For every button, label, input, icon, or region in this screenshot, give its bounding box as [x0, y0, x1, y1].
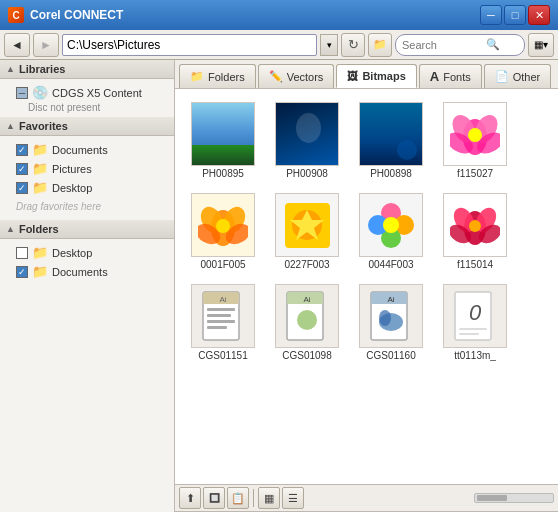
tab-folders-label: Folders — [208, 71, 245, 83]
tab-other-label: Other — [513, 71, 541, 83]
window-controls: ─ □ ✕ — [480, 5, 550, 25]
tab-bar: 📁 Folders ✏️ Vectors 🖼 Bitmaps A Fonts 📄… — [175, 60, 558, 89]
folders-section-header[interactable]: ▲ Folders — [0, 220, 174, 239]
grid-item-CGS01160[interactable]: Ai CGS01160 — [351, 279, 431, 366]
tab-folders[interactable]: 📁 Folders — [179, 64, 256, 88]
grid-label-f115014: f115014 — [457, 259, 493, 270]
svg-point-11 — [216, 219, 230, 233]
grid-item-PH00898[interactable]: PH00898 — [351, 97, 431, 184]
svg-rect-29 — [207, 314, 231, 317]
grid-item-tt0113m[interactable]: 0 tt0113m_ — [435, 279, 515, 366]
folder-checkbox-desktop[interactable] — [16, 247, 28, 259]
folder-item-documents[interactable]: ✓ 📁 Documents — [0, 262, 174, 281]
address-dropdown-button[interactable]: ▾ — [320, 34, 338, 56]
grid-label-PH00898: PH00898 — [370, 168, 412, 179]
favorites-arrow: ▲ — [6, 121, 15, 131]
svg-text:Ai: Ai — [387, 295, 394, 304]
svg-point-5 — [468, 128, 482, 142]
library-cd-icon: 💿 — [32, 85, 48, 100]
folder-icon-desktop2: 📁 — [32, 245, 48, 260]
close-button[interactable]: ✕ — [528, 5, 550, 25]
back-button[interactable]: ◄ — [4, 33, 30, 57]
folders-arrow: ▲ — [6, 224, 15, 234]
fav-label-pictures: Pictures — [52, 163, 92, 175]
thumb-CGS01151: Ai — [191, 284, 255, 348]
grid-item-PH00895[interactable]: PH00895 — [183, 97, 263, 184]
search-input[interactable] — [402, 39, 482, 51]
tab-vectors[interactable]: ✏️ Vectors — [258, 64, 335, 88]
library-item-sublabel: Disc not present — [0, 102, 174, 113]
forward-button[interactable]: ► — [33, 33, 59, 57]
grid-item-0044F003[interactable]: 0044F003 — [351, 188, 431, 275]
thumb-0227F003 — [275, 193, 339, 257]
favorites-content: ✓ 📁 Documents ✓ 📁 Pictures ✓ 📁 Desktop D… — [0, 136, 174, 220]
folder-icon-documents: 📁 — [32, 142, 48, 157]
tab-bitmaps[interactable]: 🖼 Bitmaps — [336, 64, 416, 88]
svg-rect-31 — [207, 326, 227, 329]
grid-label-0227F003: 0227F003 — [284, 259, 329, 270]
fav-checkbox-desktop[interactable]: ✓ — [16, 182, 28, 194]
tool-search[interactable]: 🔲 — [203, 487, 225, 509]
folders-label: Folders — [19, 223, 59, 235]
favorite-documents[interactable]: ✓ 📁 Documents — [0, 140, 174, 159]
grid-item-f115027[interactable]: f115027 — [435, 97, 515, 184]
maximize-button[interactable]: □ — [504, 5, 526, 25]
svg-rect-30 — [207, 320, 235, 323]
minimize-button[interactable]: ─ — [480, 5, 502, 25]
favorites-label: Favorites — [19, 120, 68, 132]
toolbar-separator — [253, 489, 254, 507]
library-item-cdgs[interactable]: ─ 💿 CDGS X5 Content — [0, 83, 174, 102]
tab-fonts-label: Fonts — [443, 71, 471, 83]
tool-import[interactable]: ⬆ — [179, 487, 201, 509]
tab-vectors-label: Vectors — [287, 71, 324, 83]
grid-label-tt0113m: tt0113m_ — [454, 350, 496, 361]
libraries-section-header[interactable]: ▲ Libraries — [0, 60, 174, 79]
favorite-pictures[interactable]: ✓ 📁 Pictures — [0, 159, 174, 178]
tool-grid-view[interactable]: ▦ — [258, 487, 280, 509]
address-input[interactable] — [62, 34, 317, 56]
grid-item-f115014[interactable]: f115014 — [435, 188, 515, 275]
grid-label-0001F005: 0001F005 — [200, 259, 245, 270]
tab-folders-icon: 📁 — [190, 70, 204, 83]
grid-item-PH00908[interactable]: PH00908 — [267, 97, 347, 184]
tool-list-view[interactable]: ☰ — [282, 487, 304, 509]
favorites-section-header[interactable]: ▲ Favorites — [0, 117, 174, 136]
fav-label-desktop: Desktop — [52, 182, 92, 194]
thumb-0001F005 — [191, 193, 255, 257]
tab-other[interactable]: 📄 Other — [484, 64, 552, 88]
grid-label-0044F003: 0044F003 — [368, 259, 413, 270]
folder-label-documents: Documents — [52, 266, 108, 278]
svg-rect-44 — [459, 328, 487, 330]
folder-icon-pictures: 📁 — [32, 161, 48, 176]
view-options-button[interactable]: ▦▾ — [528, 33, 554, 57]
grid-item-CGS01098[interactable]: Ai CGS01098 — [267, 279, 347, 366]
folders-content: 📁 Desktop ✓ 📁 Documents — [0, 239, 174, 285]
folder-checkbox-documents[interactable]: ✓ — [16, 266, 28, 278]
grid-item-CGS01151[interactable]: Ai CGS01151 — [183, 279, 263, 366]
libraries-arrow: ▲ — [6, 64, 15, 74]
grid-area: PH00895 PH00908 PH00898 — [175, 89, 558, 484]
folder-icon-documents2: 📁 — [32, 264, 48, 279]
folder-item-desktop[interactable]: 📁 Desktop — [0, 243, 174, 262]
library-checkbox-cdgs[interactable]: ─ — [16, 87, 28, 99]
svg-point-40 — [379, 310, 391, 326]
grid-label-PH00895: PH00895 — [202, 168, 244, 179]
svg-text:0: 0 — [469, 300, 482, 325]
fav-checkbox-pictures[interactable]: ✓ — [16, 163, 28, 175]
refresh-button[interactable]: ↻ — [341, 33, 365, 57]
favorite-desktop[interactable]: ✓ 📁 Desktop — [0, 178, 174, 197]
tab-fonts[interactable]: A Fonts — [419, 64, 482, 88]
tool-copy[interactable]: 📋 — [227, 487, 249, 509]
app-icon: C — [8, 7, 24, 23]
browse-button[interactable]: 📁 — [368, 33, 392, 57]
libraries-content: ─ 💿 CDGS X5 Content Disc not present — [0, 79, 174, 117]
svg-point-25 — [469, 220, 481, 232]
fav-label-documents: Documents — [52, 144, 108, 156]
grid-item-0001F005[interactable]: 0001F005 — [183, 188, 263, 275]
fav-checkbox-documents[interactable]: ✓ — [16, 144, 28, 156]
main-layout: ▲ Libraries ─ 💿 CDGS X5 Content Disc not… — [0, 60, 558, 512]
right-panel: 📁 Folders ✏️ Vectors 🖼 Bitmaps A Fonts 📄… — [175, 60, 558, 512]
svg-rect-45 — [459, 333, 479, 335]
grid-item-0227F003[interactable]: 0227F003 — [267, 188, 347, 275]
scroll-bar[interactable] — [474, 493, 554, 503]
